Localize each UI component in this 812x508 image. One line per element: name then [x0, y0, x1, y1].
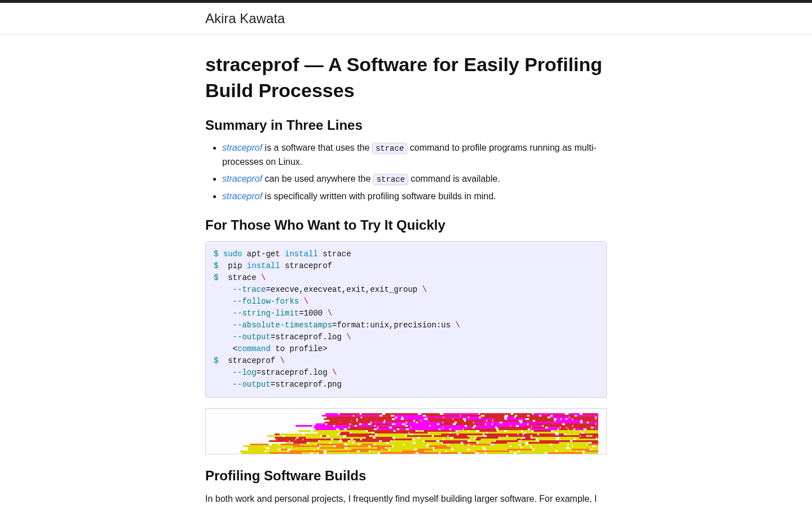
line-continuation: \ — [280, 356, 285, 365]
site-header: Akira Kawata — [0, 3, 812, 35]
article: straceprof — A Software for Easily Profi… — [205, 35, 607, 508]
token-install: install — [247, 261, 280, 270]
straceprof-link[interactable]: straceprof — [222, 143, 262, 152]
line-continuation: \ — [304, 297, 308, 306]
flag: --trace — [233, 285, 266, 294]
text: is specifically written with profiling s… — [262, 191, 496, 201]
text: straceprof.log — [261, 368, 332, 377]
text: straceprof.log — [275, 332, 346, 341]
token-sudo: sudo — [223, 249, 242, 259]
line-continuation: \ — [261, 273, 266, 282]
text: to profile> — [271, 344, 328, 353]
token-install: install — [285, 249, 318, 259]
text: straceprof.png — [275, 380, 342, 389]
list-item: straceprof is a software that uses the s… — [222, 141, 607, 169]
body-paragraph: In both work and personal projects, I fr… — [205, 492, 607, 508]
text: format:unix,precision:us — [337, 321, 455, 330]
flag: --log — [233, 368, 257, 377]
straceprof-link[interactable]: straceprof — [222, 191, 262, 201]
prompt: $ — [214, 249, 223, 259]
text: straceprof — [223, 356, 280, 365]
flag: --follow-forks — [233, 297, 299, 306]
code-block: $ sudo apt-get install strace $ pip inst… — [205, 241, 607, 398]
indent — [214, 285, 233, 294]
text: execve,execveat,exit,exit_group — [271, 285, 422, 294]
text: command is available. — [408, 174, 500, 183]
text: can be used anywhere the — [262, 174, 373, 183]
text — [299, 297, 303, 306]
site-title-link[interactable]: Akira Kawata — [205, 11, 285, 26]
line-continuation: \ — [422, 285, 427, 294]
text: strace — [318, 249, 351, 259]
heading-summary: Summary in Three Lines — [205, 117, 607, 133]
inline-code: strace — [372, 143, 407, 154]
prompt: $ — [214, 356, 223, 365]
page-title: straceprof — A Software for Easily Profi… — [205, 52, 607, 104]
text: = — [271, 332, 275, 341]
indent: < — [214, 344, 237, 353]
text: = — [271, 380, 275, 389]
line-continuation: \ — [456, 321, 460, 330]
text: = — [266, 285, 270, 294]
straceprof-link[interactable]: straceprof — [222, 174, 262, 183]
text: = — [257, 368, 261, 377]
list-item: straceprof is specifically written with … — [222, 190, 607, 204]
line-continuation: \ — [346, 332, 351, 341]
indent — [214, 368, 233, 377]
list-item: straceprof can be used anywhere the stra… — [222, 172, 607, 186]
indent — [214, 380, 233, 389]
indent — [214, 309, 233, 318]
token-command: command — [237, 344, 271, 353]
prompt: $ — [214, 261, 223, 270]
indent — [214, 297, 233, 306]
text: strace — [223, 273, 261, 282]
text: straceprof — [280, 261, 332, 270]
flag: --output — [233, 380, 271, 389]
flag: --absolute-timestamps — [233, 321, 332, 330]
text: pip — [223, 261, 247, 270]
text: = — [299, 309, 303, 318]
heading-profiling: Profiling Software Builds — [205, 468, 607, 484]
text: apt-get — [242, 249, 285, 259]
heading-quickstart: For Those Who Want to Try It Quickly — [205, 217, 607, 233]
indent — [214, 321, 233, 330]
flamegraph-image — [205, 408, 607, 454]
inline-code: strace — [373, 174, 408, 185]
flag: --output — [233, 332, 271, 341]
line-continuation: \ — [332, 368, 337, 377]
indent — [214, 332, 233, 341]
text: 1000 — [304, 309, 328, 318]
line-continuation: \ — [328, 309, 332, 318]
prompt: $ — [214, 273, 223, 282]
text: is a software that uses the — [262, 143, 372, 152]
flag: --string-limit — [233, 309, 299, 318]
summary-list: straceprof is a software that uses the s… — [205, 141, 607, 204]
